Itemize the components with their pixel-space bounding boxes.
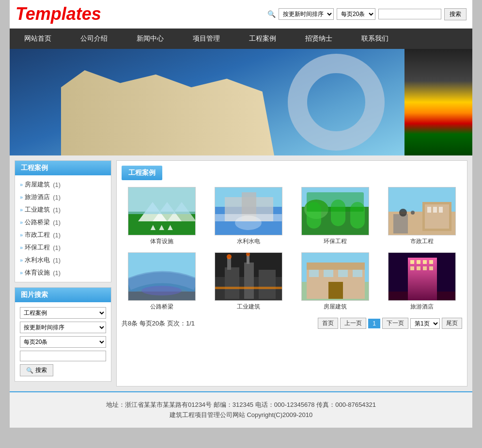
svg-rect-48 — [353, 270, 362, 277]
sort-select[interactable]: 按更新时间排序按点击量排序按标题排序 — [279, 8, 334, 20]
per-page-select[interactable]: 每页10条每页20条每页50条 — [337, 8, 375, 20]
item-count: (1) — [53, 219, 61, 226]
pic-search-button[interactable]: 🔍 搜索 — [20, 364, 53, 376]
pic-search-category-select[interactable]: 工程案例 — [20, 307, 106, 319]
pic-search-form: 工程案例 按更新时间排序 每页20条 🔍 搜索 — [15, 302, 111, 381]
item-count: (1) — [53, 206, 61, 214]
nav-contact[interactable]: 联系我们 — [347, 29, 403, 49]
svg-rect-46 — [324, 270, 333, 277]
gallery-caption: 旅游酒店 — [410, 303, 434, 311]
svg-rect-34 — [259, 270, 276, 299]
gallery-caption: 水利水电 — [237, 237, 260, 246]
first-page-button[interactable]: 首页 — [318, 318, 338, 329]
page-select[interactable]: 第1页 — [410, 318, 440, 329]
svg-rect-21 — [393, 214, 408, 233]
gallery-caption: 房屋建筑 — [324, 303, 347, 311]
banner-left — [10, 49, 404, 155]
nav-hr[interactable]: 招贤纳士 — [291, 29, 347, 49]
gallery-caption: 市政工程 — [410, 237, 434, 246]
list-item[interactable]: » 公路桥梁 (1) — [15, 216, 111, 229]
svg-rect-5 — [128, 187, 196, 214]
svg-rect-57 — [417, 266, 420, 270]
svg-rect-35 — [227, 258, 231, 270]
sidebar-cases-list: » 房屋建筑 (1) » 旅游酒店 (1) » 工业建筑 (1) — [15, 175, 111, 282]
svg-rect-37 — [215, 287, 282, 289]
main-nav: 网站首页 公司介绍 新闻中心 项目管理 工程案例 招贤纳士 联系我们 — [10, 29, 472, 49]
banner-arch — [288, 54, 385, 151]
svg-rect-29 — [128, 292, 196, 301]
banner-right — [404, 49, 472, 155]
search-button[interactable]: 搜索 — [444, 8, 466, 20]
search-icon: 🔍 — [26, 367, 33, 374]
list-item[interactable]: » 房屋建筑 (1) — [15, 178, 111, 191]
gallery-thumb-water — [215, 187, 282, 235]
gallery-item[interactable]: 旅游酒店 — [382, 252, 462, 311]
item-label: 水利水电 — [25, 256, 50, 264]
gallery-item[interactable]: 环保工程 — [295, 187, 375, 246]
gallery-item[interactable]: 水利水电 — [208, 187, 288, 246]
pagination-controls: 首页 上一页 1 下一页 第1页 尾页 — [318, 318, 462, 329]
banner — [10, 49, 472, 155]
main-content: 工程案例 » 房屋建筑 (1) » 旅游酒店 (1) » 工业建筑 — [10, 155, 472, 391]
svg-rect-52 — [410, 260, 414, 264]
content-area: 工程案例 体育设施 — [116, 160, 467, 386]
gallery-item[interactable]: 公路桥梁 — [122, 252, 202, 311]
svg-rect-33 — [244, 263, 254, 299]
gallery-thumb-municipal — [388, 187, 456, 235]
nav-about[interactable]: 公司介绍 — [66, 29, 122, 49]
list-item[interactable]: » 工业建筑 (1) — [15, 203, 111, 216]
last-page-button[interactable]: 尾页 — [442, 318, 462, 329]
gallery-caption: 公路桥梁 — [150, 303, 173, 311]
pic-search-sort-select[interactable]: 按更新时间排序 — [20, 322, 106, 333]
sidebar-pic-search-section: 图片搜索 工程案例 按更新时间排序 每页20条 🔍 搜索 — [15, 287, 111, 382]
gallery-caption: 体育设施 — [150, 237, 173, 246]
svg-rect-51 — [408, 258, 437, 301]
item-count: (1) — [53, 257, 61, 264]
search-input[interactable] — [378, 9, 441, 19]
svg-rect-54 — [423, 260, 427, 264]
pagination-info: 共8条 每页20条 页次：1/1 — [122, 319, 195, 328]
prev-page-button[interactable]: 上一页 — [340, 318, 366, 329]
list-item[interactable]: » 体育设施 (1) — [15, 266, 111, 279]
sidebar-cases-title: 工程案例 — [15, 161, 111, 175]
svg-rect-44 — [328, 282, 343, 299]
gallery-thumb-road — [128, 252, 196, 301]
gallery-thumb-hotel — [388, 252, 456, 301]
svg-rect-47 — [338, 270, 348, 277]
gallery-item[interactable]: 市政工程 — [382, 187, 462, 246]
list-item[interactable]: » 环保工程 (1) — [15, 241, 111, 254]
arrow-icon: » — [20, 207, 23, 213]
pic-search-perpage-select[interactable]: 每页20条 — [20, 336, 106, 348]
gallery-thumb-house — [301, 252, 369, 301]
svg-rect-55 — [429, 260, 433, 264]
svg-rect-58 — [423, 266, 427, 270]
svg-rect-60 — [389, 292, 408, 301]
gallery-item[interactable]: 工业建筑 — [208, 252, 288, 311]
current-page-button[interactable]: 1 — [368, 319, 380, 328]
pic-search-input[interactable] — [20, 351, 106, 361]
site-logo: Templates — [16, 4, 101, 24]
list-item[interactable]: » 市政工程 (1) — [15, 229, 111, 241]
nav-home[interactable]: 网站首页 — [10, 29, 66, 49]
arrow-icon: » — [20, 182, 23, 187]
svg-rect-23 — [433, 207, 437, 213]
svg-point-26 — [411, 211, 415, 215]
arrow-icon: » — [20, 219, 23, 225]
footer-line1: 地址：浙江省某某市某某路有01234号 邮编：312345 电话：000-123… — [16, 401, 466, 409]
list-item[interactable]: » 水利水电 (1) — [15, 254, 111, 266]
gallery-item[interactable]: 体育设施 — [122, 187, 202, 246]
next-page-button[interactable]: 下一页 — [382, 318, 408, 329]
item-count: (1) — [53, 232, 61, 239]
svg-rect-36 — [247, 255, 249, 264]
nav-news[interactable]: 新闻中心 — [122, 29, 178, 49]
list-item[interactable]: » 旅游酒店 (1) — [15, 191, 111, 203]
nav-projects[interactable]: 项目管理 — [178, 29, 234, 49]
svg-rect-10 — [215, 214, 282, 221]
svg-rect-14 — [307, 202, 321, 229]
nav-cases[interactable]: 工程案例 — [234, 29, 291, 49]
svg-rect-24 — [439, 207, 443, 213]
header: Templates 🔍 按更新时间排序按点击量排序按标题排序 每页10条每页20… — [10, 0, 472, 29]
svg-rect-61 — [437, 292, 456, 301]
gallery-item[interactable]: 房屋建筑 — [295, 252, 375, 311]
search-icon: 🔍 — [267, 10, 276, 18]
